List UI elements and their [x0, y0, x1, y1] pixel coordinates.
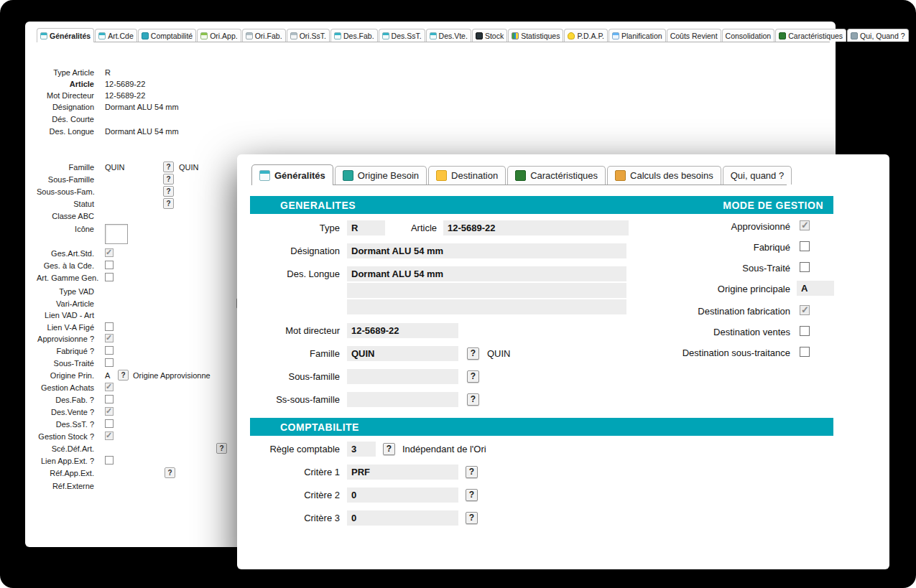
- field-extra: Origine Approvisionne: [133, 371, 211, 380]
- section-title-mode-de-gestion: MODE DE GESTION: [723, 200, 823, 211]
- front-tab[interactable]: Destination: [428, 166, 506, 185]
- field-label: Des.SsT. ?: [37, 420, 94, 429]
- field-label: Sous-Famille: [37, 175, 94, 184]
- checkbox[interactable]: [800, 262, 810, 272]
- front-tab[interactable]: Caractéristiques: [507, 166, 606, 185]
- lookup-button[interactable]: ?: [467, 393, 479, 406]
- front-tab[interactable]: Généralités: [251, 164, 333, 185]
- lookup-button[interactable]: ?: [216, 443, 227, 454]
- field-label: Approvisionne ?: [37, 335, 94, 343]
- lookup-button[interactable]: ?: [466, 512, 478, 524]
- back-tab[interactable]: P.D.A.P.: [564, 29, 608, 42]
- checkbox[interactable]: [105, 419, 114, 428]
- field-label: Mot Directeur: [37, 91, 94, 100]
- back-tab[interactable]: Ori.App.: [197, 29, 241, 42]
- checkbox[interactable]: [105, 322, 114, 331]
- tab-label: Ori.SsT.: [300, 32, 326, 40]
- checkbox[interactable]: [105, 456, 114, 465]
- back-tab[interactable]: Planification: [609, 29, 666, 42]
- section-title-comptabilite: COMPTABILITE: [280, 421, 359, 433]
- back-tab[interactable]: Art.Cde: [95, 29, 137, 42]
- tab-icon: [515, 170, 526, 181]
- tab-label: Qui, Quand ?: [860, 32, 905, 40]
- ss-sous-famille-field[interactable]: [347, 392, 458, 407]
- back-tab[interactable]: Caractéristiques: [775, 29, 846, 42]
- field-label: Des.Fab. ?: [37, 396, 94, 404]
- back-tab[interactable]: Stock: [472, 29, 507, 42]
- row-mot-directeur: Mot Directeur12-5689-22: [37, 90, 836, 101]
- field-label: Des. Longue: [37, 127, 94, 136]
- regle-comptable-field[interactable]: 3: [347, 442, 376, 457]
- lookup-button[interactable]: ?: [383, 443, 395, 455]
- field-label: Ges.Art.Std.: [37, 249, 94, 258]
- back-tab[interactable]: Des.Vte.: [426, 29, 471, 42]
- origine-principale-field[interactable]: A: [797, 281, 834, 296]
- tab-icon: [430, 32, 437, 39]
- tab-icon: [851, 32, 858, 39]
- back-tab[interactable]: Coûts Revient: [667, 29, 721, 42]
- back-tab[interactable]: Qui, Quand ?: [847, 29, 908, 42]
- checkbox[interactable]: [105, 273, 114, 281]
- field-label: Des.Vente ?: [37, 408, 94, 416]
- lookup-button[interactable]: ?: [467, 370, 479, 383]
- checkbox[interactable]: [800, 305, 810, 315]
- lookup-button[interactable]: ?: [165, 467, 175, 478]
- front-tab[interactable]: Qui, quand ?: [723, 166, 792, 185]
- checkbox[interactable]: [105, 334, 114, 342]
- icon-preview-box[interactable]: [105, 224, 128, 244]
- field-value: 12-5689-22: [105, 80, 145, 88]
- back-tab[interactable]: Comptabilité: [138, 29, 196, 42]
- tab-icon: [436, 170, 447, 181]
- checkbox[interactable]: [105, 383, 114, 391]
- tab-label: Calculs des besoins: [630, 170, 713, 181]
- lookup-button[interactable]: ?: [466, 466, 478, 478]
- back-tab[interactable]: Ori.SsT.: [287, 29, 330, 42]
- tab-label: Comptabilité: [151, 32, 193, 40]
- field-label: Statut: [37, 200, 94, 208]
- checkbox[interactable]: [105, 248, 114, 257]
- front-tab[interactable]: Origine Besoin: [335, 166, 427, 185]
- lookup-button[interactable]: ?: [466, 489, 478, 501]
- field-label: Art. Gamme Gen.: [37, 274, 94, 282]
- back-tab[interactable]: Des.Fab.: [330, 29, 378, 42]
- sous-famille-field[interactable]: [347, 369, 458, 384]
- row-des-longue: Des. LongueDormant ALU 54 mm: [37, 126, 836, 137]
- field-label: Fabriqué ?: [37, 347, 94, 355]
- checkbox[interactable]: [800, 326, 810, 336]
- critere-3-field[interactable]: 0: [347, 510, 458, 526]
- lookup-button[interactable]: ?: [163, 198, 174, 209]
- lookup-button[interactable]: ?: [163, 186, 174, 197]
- regle-comptable-description: Indépendant de l'Ori: [402, 444, 486, 454]
- back-tab[interactable]: Consolidation: [722, 29, 775, 42]
- critere-2-field[interactable]: 0: [347, 487, 458, 503]
- back-tab-bar: Généralités Art.Cde Comptabilité Ori.App…: [37, 28, 830, 42]
- section-header-comptabilite: COMPTABILITE: [250, 418, 833, 436]
- tab-icon: [568, 32, 575, 39]
- row-destination-ventes: Destination ventes: [237, 326, 889, 339]
- lookup-button[interactable]: ?: [118, 370, 129, 381]
- critere-1-field[interactable]: PRF: [347, 465, 458, 480]
- checkbox[interactable]: [800, 241, 810, 251]
- field-label: Vari-Article: [37, 299, 94, 308]
- field-label: Ss-sous-famille: [237, 394, 340, 405]
- lookup-button[interactable]: ?: [163, 162, 174, 172]
- lookup-button[interactable]: ?: [163, 174, 174, 185]
- checkbox[interactable]: [800, 220, 810, 230]
- checkbox[interactable]: [105, 261, 114, 269]
- checkbox[interactable]: [105, 407, 114, 416]
- checkbox[interactable]: [105, 395, 114, 403]
- field-label: Type Article: [37, 68, 94, 77]
- checkbox[interactable]: [105, 431, 114, 440]
- back-tab[interactable]: Généralités: [37, 28, 94, 42]
- row-critere-2: Critère 2 0 ?: [237, 487, 889, 503]
- field-extra: QUIN: [179, 163, 199, 172]
- back-tab[interactable]: Ori.Fab.: [242, 29, 286, 42]
- back-tab[interactable]: Des.SsT.: [379, 29, 425, 42]
- front-tab[interactable]: Calculs des besoins: [607, 166, 721, 185]
- tab-label: Caractéristiques: [788, 32, 843, 40]
- checkbox[interactable]: [800, 347, 810, 357]
- back-tab[interactable]: Statistiques: [508, 29, 563, 42]
- checkbox[interactable]: [105, 358, 114, 367]
- checkbox[interactable]: [105, 346, 114, 355]
- field-label: Règle comptable: [237, 444, 340, 454]
